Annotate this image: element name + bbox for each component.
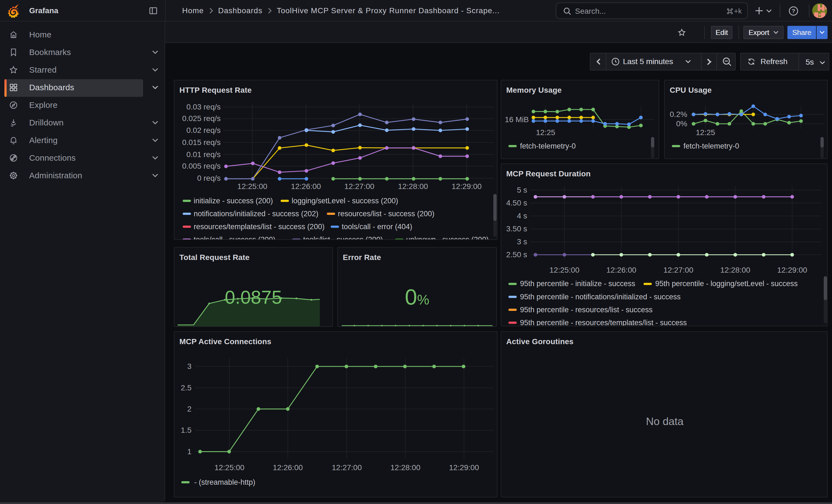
svg-text:?: ?: [792, 8, 796, 14]
